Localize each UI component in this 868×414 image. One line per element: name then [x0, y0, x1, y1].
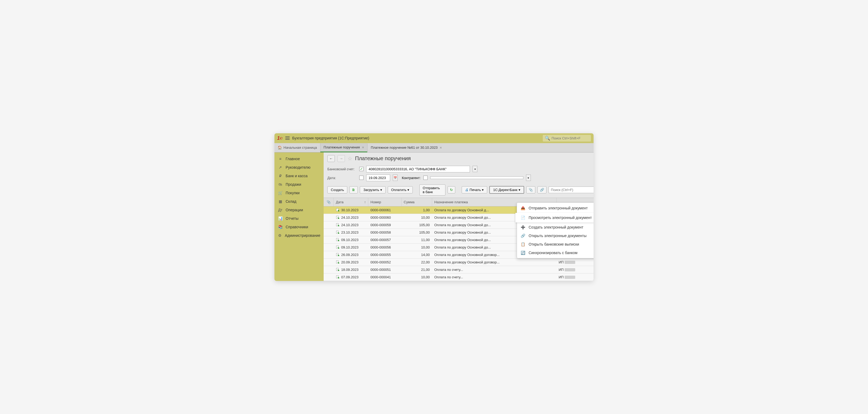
document-status-icon: [336, 230, 340, 234]
date-input[interactable]: [366, 175, 390, 181]
sidebar-item-icon: Дт: [278, 208, 282, 212]
tabs-bar: 🏠 Начальная страница Платежные поручения…: [274, 143, 594, 152]
favorite-star-icon[interactable]: ☆: [348, 155, 352, 162]
cell-sum: 1,00: [402, 206, 432, 214]
svg-rect-9: [336, 276, 339, 278]
cell-sum: 10,00: [402, 273, 432, 281]
sidebar-item[interactable]: ▦Склад: [274, 197, 323, 206]
nav-back-button[interactable]: ←: [328, 155, 335, 162]
sidebar-item[interactable]: ДтОперации: [274, 206, 323, 214]
sidebar-item[interactable]: ⚙Администрирование: [274, 231, 323, 240]
menu-item[interactable]: 📤Отправить электронный документ: [517, 204, 594, 212]
paperclip-icon: 📎: [529, 188, 533, 192]
related-button[interactable]: 🔗: [537, 186, 547, 194]
calendar-icon[interactable]: 📅: [393, 175, 398, 181]
account-dropdown-icon[interactable]: ▾: [472, 166, 477, 172]
cell-date: 09.10.2023: [334, 236, 368, 243]
directbank-button[interactable]: 1С:ДиректБанк ▾: [489, 186, 524, 194]
main-content: ← → ☆ Платежные поручения Банковский сче…: [323, 152, 594, 281]
svg-rect-1: [336, 216, 339, 219]
main-menu-button[interactable]: [285, 136, 289, 141]
sidebar-item[interactable]: ↗Руководителю: [274, 163, 323, 172]
svg-rect-6: [336, 253, 339, 256]
sidebar-item-label: Администрирование: [285, 233, 320, 238]
pay-button[interactable]: Оплатить ▾: [388, 186, 413, 194]
sidebar-item[interactable]: 📊Отчеты: [274, 214, 323, 223]
sidebar-item[interactable]: 🛒Покупки: [274, 189, 323, 197]
refresh-icon: ↻: [450, 188, 453, 192]
cell-number: 0000-000060: [368, 214, 402, 221]
refresh-button[interactable]: ↻: [447, 186, 455, 194]
cell-attach: [323, 266, 334, 273]
create-button[interactable]: Создать: [328, 186, 347, 194]
load-button[interactable]: Загрузить ▾: [360, 186, 385, 194]
menu-item-icon: 📤: [521, 206, 525, 210]
close-icon[interactable]: ×: [362, 145, 364, 150]
menu-item-icon: 🔄: [521, 250, 525, 255]
cell-date: 23.10.2023: [334, 229, 368, 236]
cell-date: 20.09.2023: [334, 259, 368, 266]
table-row[interactable]: 18.09.2023 0000-000051 21,00 Оплата по с…: [323, 266, 594, 273]
table-row[interactable]: 07.09.2023 0000-000041 10,00 Оплата по с…: [323, 273, 594, 281]
table-search-input[interactable]: [549, 186, 594, 193]
home-tab[interactable]: 🏠 Начальная страница: [274, 143, 320, 152]
print-button[interactable]: 🖨 Печать ▾: [462, 186, 488, 194]
sidebar-item[interactable]: 🛍Продажи: [274, 180, 323, 189]
cell-date: 26.09.2023: [334, 251, 368, 258]
document-status-icon: [336, 253, 340, 257]
home-label: Начальная страница: [283, 146, 317, 150]
cell-attach: [323, 273, 334, 281]
chevron-down-icon: ▾: [380, 188, 382, 192]
menu-item-label: Открыть электронные документы: [529, 234, 587, 238]
cell-purpose: Оплата по договору Основной договор...: [432, 259, 557, 266]
cell-sum: 14,00: [402, 251, 432, 258]
menu-item[interactable]: 📋Открыть банковские выписки: [517, 240, 594, 248]
sidebar-item[interactable]: 📚Справочники: [274, 223, 323, 231]
nav-forward-button[interactable]: →: [338, 155, 345, 162]
toolbar: Создать 🗎 Загрузить ▾ Оплатить ▾ Отправи…: [323, 182, 594, 198]
col-sum[interactable]: Сумма: [402, 198, 432, 206]
cell-number: 0000-000055: [368, 251, 402, 258]
sort-asc-icon: ↑: [364, 200, 366, 204]
copy-icon: 🗎: [352, 188, 355, 192]
copy-button[interactable]: 🗎: [349, 186, 358, 194]
counterparty-checkbox[interactable]: [423, 176, 428, 180]
document-status-icon: [336, 223, 340, 227]
global-search[interactable]: 🔍: [543, 135, 591, 142]
app-window: 1℮ Бухгалтерия предприятия (1С:Предприят…: [274, 133, 594, 281]
col-number[interactable]: Номер: [368, 198, 402, 206]
tab-payment-order-61[interactable]: Платежное поручение №61 от 30.10.2023 ×: [367, 143, 445, 152]
menu-item[interactable]: 🔄Синхронизировать с банком: [517, 248, 594, 257]
close-icon[interactable]: ×: [440, 146, 442, 150]
send-to-bank-button[interactable]: Отправить в банк: [420, 184, 445, 196]
menu-item-label: Создать электронный документ: [529, 225, 584, 229]
sidebar-item-label: Отчеты: [286, 216, 299, 220]
counterparty-select[interactable]: [430, 176, 523, 179]
account-select[interactable]: 40802810100005333316, АО "ТИНЬКОФФ БАНК": [366, 166, 470, 172]
titlebar: 1℮ Бухгалтерия предприятия (1С:Предприят…: [274, 133, 594, 143]
document-status-icon: [336, 238, 340, 242]
account-checkbox[interactable]: ✓: [359, 167, 364, 171]
counterparty-dropdown-icon[interactable]: ▾: [526, 175, 531, 181]
sidebar-item-label: Покупки: [286, 191, 300, 195]
menu-item-label: Отправить электронный документ: [529, 206, 588, 210]
menu-item-icon: ➕: [521, 225, 525, 229]
tab-payment-orders[interactable]: Платежные поручения ×: [320, 143, 367, 152]
col-attach[interactable]: 📎: [323, 198, 334, 206]
cell-date: 30.10.2023: [334, 206, 368, 214]
sidebar-item[interactable]: ₽Банк и касса: [274, 172, 323, 180]
svg-rect-8: [336, 268, 339, 271]
col-date[interactable]: Дата↑: [334, 198, 368, 206]
global-search-input[interactable]: [552, 136, 589, 140]
attach-button[interactable]: 📎: [526, 186, 535, 194]
date-checkbox[interactable]: [359, 176, 364, 180]
chevron-down-icon: ▾: [519, 188, 520, 192]
menu-item[interactable]: 🔗Открыть электронные документы: [517, 232, 594, 240]
menu-item[interactable]: ➕Создать электронный документ: [517, 223, 594, 232]
table-row[interactable]: 20.09.2023 0000-000052 22,00 Оплата по д…: [323, 259, 594, 266]
menu-item[interactable]: 📄Просмотреть электронный документ: [516, 213, 594, 223]
cell-sum: 10,00: [402, 244, 432, 251]
sidebar-item[interactable]: ≡Главное: [274, 155, 323, 163]
logo-1c: 1℮: [277, 136, 283, 141]
cell-sum: 10,00: [402, 214, 432, 221]
